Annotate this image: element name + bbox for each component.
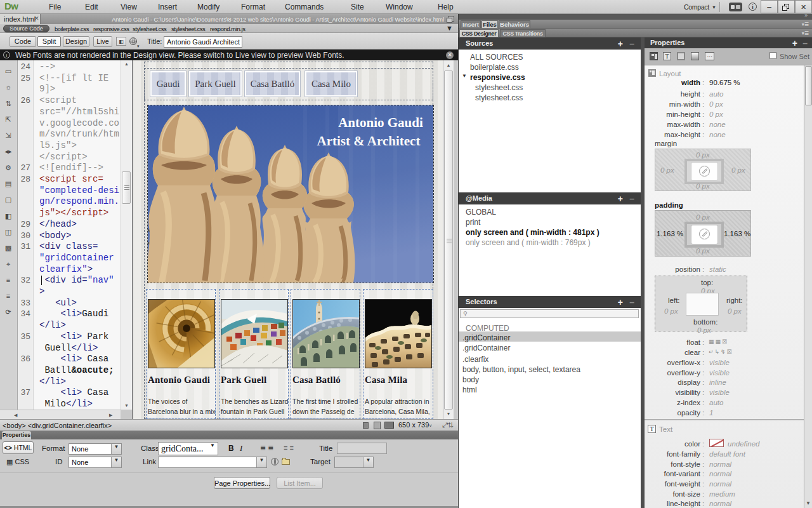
svg-text:Artist & Architect: Artist & Architect: [317, 133, 421, 149]
svg-text:Antonio Gaudi: Antonio Gaudi: [338, 115, 423, 130]
